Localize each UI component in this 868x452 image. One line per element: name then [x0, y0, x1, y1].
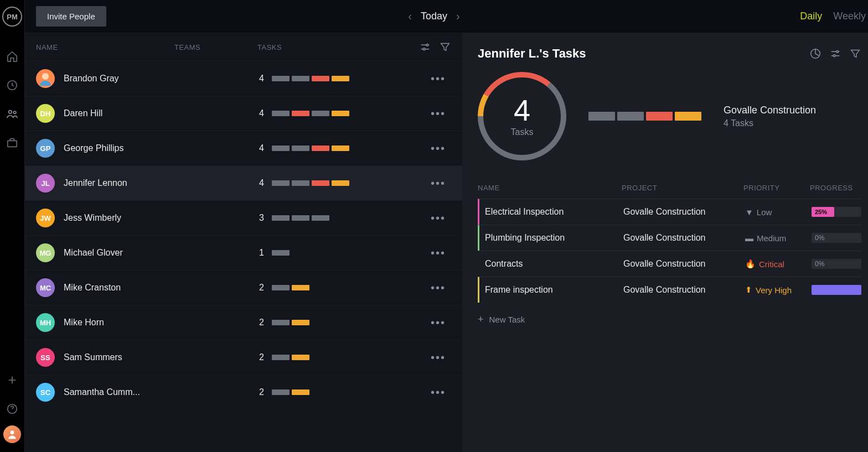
task-name-label: Plumbing Inspection [485, 233, 623, 243]
person-row[interactable]: JW Jess Wimberly 3 ••• [25, 200, 462, 235]
more-actions-icon[interactable]: ••• [425, 247, 451, 259]
task-row[interactable]: Contracts Govalle Construction 🔥 Critica… [478, 251, 861, 277]
nav-help-icon[interactable] [0, 397, 24, 421]
task-bar [272, 146, 290, 151]
summary-bar [617, 112, 644, 121]
new-task-button[interactable]: + New Task [478, 303, 861, 336]
task-count-label: 1 [257, 248, 264, 258]
view-weekly-tab[interactable]: Weekly [833, 11, 866, 22]
task-name-label: Frame inspection [485, 285, 623, 295]
person-row[interactable]: JL Jennifer Lennon 4 ••• [25, 165, 462, 200]
task-progress: 0% [812, 259, 861, 269]
nav-people-icon[interactable] [0, 102, 24, 126]
gauge-number: 4 [511, 95, 534, 125]
more-actions-icon[interactable]: ••• [425, 107, 451, 120]
task-count-label: 3 [257, 213, 264, 223]
topbar: Invite People ‹ Today › Daily Weekly [25, 0, 868, 33]
task-bars [272, 180, 425, 186]
user-avatar-icon[interactable] [3, 425, 21, 443]
filter-icon[interactable] [439, 41, 451, 53]
task-bar [272, 76, 290, 81]
task-bar [292, 389, 309, 395]
pie-chart-icon[interactable] [809, 48, 822, 60]
person-name-label: Mike Cranston [64, 283, 174, 293]
nav-briefcase-icon[interactable] [0, 131, 24, 155]
task-bar [292, 180, 309, 186]
more-actions-icon[interactable]: ••• [425, 282, 451, 294]
settings-sliders-icon[interactable] [829, 48, 841, 60]
more-actions-icon[interactable]: ••• [425, 142, 451, 155]
person-row[interactable]: GP George Phillips 4 ••• [25, 131, 462, 165]
invite-people-button[interactable]: Invite People [36, 6, 106, 27]
person-name-label: Samantha Cumm... [64, 387, 174, 397]
person-name-label: Jennifer Lennon [64, 178, 174, 188]
task-bar [292, 146, 309, 151]
person-row[interactable]: DH Daren Hill 4 ••• [25, 96, 462, 131]
svg-rect-3 [8, 141, 17, 147]
task-bars [272, 389, 425, 395]
task-count-label: 2 [257, 352, 264, 362]
task-count-label: 4 [257, 143, 264, 153]
task-project-label: Govalle Construction [623, 233, 745, 243]
app-logo: PM [2, 7, 22, 27]
more-actions-icon[interactable]: ••• [425, 316, 451, 329]
person-row[interactable]: Brandon Gray 4 ••• [25, 61, 462, 96]
nav-add-icon[interactable] [0, 368, 24, 392]
list-header: NAME TEAMS TASKS [25, 33, 462, 61]
task-priority-label: ⬆ Very High [745, 285, 812, 295]
task-row[interactable]: Frame inspection Govalle Construction ⬆ … [478, 277, 861, 303]
avatar: SS [36, 348, 55, 367]
task-name-label: Contracts [485, 259, 623, 269]
detail-title: Jennifer L.'s Tasks [478, 46, 586, 61]
avatar: GP [36, 139, 55, 158]
th-name: NAME [478, 184, 622, 192]
th-progress: PROGRESS [810, 184, 861, 192]
avatar: MH [36, 313, 55, 332]
person-row[interactable]: MH Mike Horn 2 ••• [25, 305, 462, 340]
priority-icon: ⬆ [745, 285, 752, 295]
nav-home-icon[interactable] [0, 44, 24, 69]
date-prev-icon[interactable]: ‹ [406, 10, 414, 23]
task-bars [272, 111, 425, 116]
view-daily-tab[interactable]: Daily [800, 11, 822, 22]
task-row[interactable]: Electrical Inspection Govalle Constructi… [478, 199, 861, 225]
task-project-label: Govalle Construction [623, 207, 745, 217]
priority-icon: ▬ [745, 233, 753, 243]
svg-point-7 [423, 48, 425, 50]
date-navigator: ‹ Today › [406, 10, 462, 23]
svg-point-2 [13, 111, 16, 114]
task-bar [332, 146, 349, 151]
settings-sliders-icon[interactable] [419, 41, 431, 53]
task-count-gauge: 4 Tasks [478, 72, 566, 160]
task-bar [272, 215, 290, 221]
person-name-label: Sam Summers [64, 352, 174, 362]
nav-recent-icon[interactable] [0, 73, 24, 97]
more-actions-icon[interactable]: ••• [425, 212, 451, 225]
person-row[interactable]: MC Mike Cranston 2 ••• [25, 270, 462, 305]
task-project-label: Govalle Construction [623, 259, 745, 269]
task-bar [272, 250, 290, 256]
summary-bar [675, 112, 701, 121]
task-count-label: 4 [257, 178, 264, 188]
task-count-label: 4 [257, 74, 264, 84]
task-bar [332, 76, 349, 81]
filter-icon[interactable] [849, 48, 861, 60]
more-actions-icon[interactable]: ••• [425, 177, 451, 190]
svg-point-9 [42, 73, 49, 80]
more-actions-icon[interactable]: ••• [425, 351, 451, 364]
person-row[interactable]: SS Sam Summers 2 ••• [25, 340, 462, 375]
person-row[interactable]: MG Michael Glover 1 ••• [25, 235, 462, 270]
date-label: Today [421, 11, 447, 22]
more-actions-icon[interactable]: ••• [425, 72, 451, 85]
date-next-icon[interactable]: › [454, 10, 462, 23]
person-name-label: Jess Wimberly [64, 213, 174, 223]
task-row[interactable]: Plumbing Inspection Govalle Construction… [478, 225, 861, 251]
people-list-panel: NAME TEAMS TASKS Brandon Gray 4 ••• DH D… [25, 33, 462, 452]
task-priority-label: ▬ Medium [745, 233, 812, 243]
more-actions-icon[interactable]: ••• [425, 386, 451, 399]
task-project-label: Govalle Construction [623, 285, 745, 295]
col-header-teams: TEAMS [174, 43, 257, 51]
col-header-tasks: TASKS [257, 43, 419, 51]
task-bar [272, 111, 290, 116]
person-row[interactable]: SC Samantha Cumm... 2 ••• [25, 375, 462, 409]
